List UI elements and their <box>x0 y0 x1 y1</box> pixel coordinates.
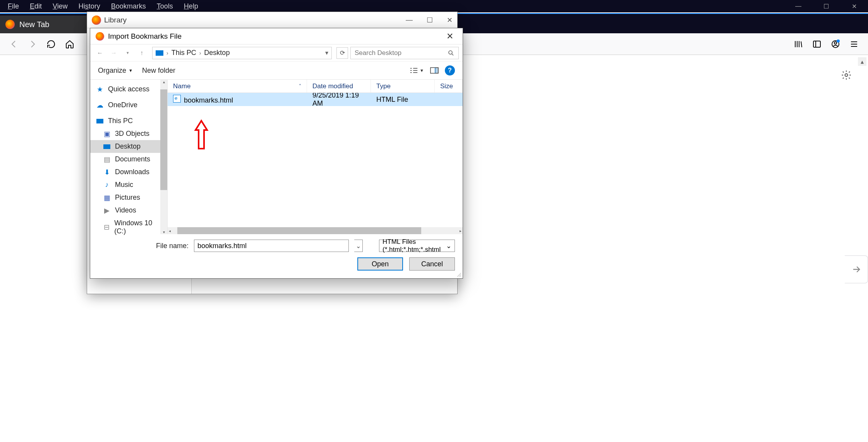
breadcrumb-root[interactable]: This PC <box>172 49 196 57</box>
window-controls: — ☐ ✕ <box>784 0 868 12</box>
filename-input[interactable] <box>194 240 349 252</box>
view-mode-button[interactable]: ▼ <box>410 67 424 74</box>
nav-onedrive[interactable]: ☁OneDrive <box>90 99 167 111</box>
filename-label: File name: <box>156 242 189 250</box>
column-name[interactable]: Name˄ <box>168 80 307 93</box>
desktop-icon <box>103 143 111 150</box>
home-button[interactable] <box>61 36 78 53</box>
nav-back-icon[interactable]: ← <box>94 47 106 59</box>
file-type: HTML File <box>371 96 435 104</box>
new-folder-button[interactable]: New folder <box>142 67 175 75</box>
help-button[interactable]: ? <box>445 65 455 75</box>
monitor-icon <box>156 50 163 56</box>
dialog-titlebar[interactable]: Import Bookmarks File ✕ <box>90 28 463 45</box>
window-close-icon[interactable]: ✕ <box>840 0 868 12</box>
column-headers: Name˄ Date modified Type Size <box>168 80 463 93</box>
chevron-down-icon: ⌄ <box>446 242 451 250</box>
breadcrumb-bar[interactable]: › This PC › Desktop ▾ <box>152 47 332 59</box>
search-arrow-button[interactable] <box>845 255 868 283</box>
nav-downloads[interactable]: ⬇Downloads <box>90 166 167 178</box>
filetype-select[interactable]: HTML Files (*.html;*.htm;*.shtml⌄ <box>379 240 455 252</box>
nav-videos[interactable]: ▶Videos <box>90 204 167 217</box>
scrollbar-thumb[interactable] <box>177 227 421 234</box>
library-titlebar[interactable]: Library — ☐ ✕ <box>87 12 457 28</box>
nav-this-pc[interactable]: This PC <box>90 115 167 127</box>
navigation-pane: ★Quick access ☁OneDrive This PC ▣3D Obje… <box>90 80 168 234</box>
svg-point-2 <box>834 42 837 44</box>
nav-music[interactable]: ♪Music <box>90 178 167 191</box>
filename-dropdown-icon[interactable]: ⌄ <box>354 240 363 252</box>
picture-icon: ▦ <box>103 194 111 201</box>
file-date: 9/25/2019 1:19 AM <box>307 93 371 108</box>
resize-grip-icon[interactable] <box>456 272 462 278</box>
menu-file[interactable]: File <box>2 1 24 12</box>
scrollbar-up-icon[interactable]: ▴ <box>858 57 866 66</box>
nav-drive-c[interactable]: ⊟Windows 10 (C:) <box>90 217 167 238</box>
menu-view[interactable]: View <box>47 1 73 12</box>
menu-history[interactable]: History <box>73 1 106 12</box>
nav-pictures[interactable]: ▦Pictures <box>90 191 167 204</box>
menu-button[interactable] <box>846 36 863 53</box>
library-button[interactable] <box>790 36 807 53</box>
menu-help[interactable]: Help <box>178 1 204 12</box>
menu-edit[interactable]: Edit <box>24 1 47 12</box>
nav-recent-dropdown-icon[interactable]: ▾ <box>122 47 134 59</box>
dialog-nav-bar: ← → ▾ ↑ › This PC › Desktop ▾ ⟳ <box>90 45 463 62</box>
svg-point-3 <box>845 74 848 77</box>
nav-documents[interactable]: ▤Documents <box>90 153 167 166</box>
file-row[interactable]: bookmarks.html 9/25/2019 1:19 AM HTML Fi… <box>168 93 463 106</box>
search-icon <box>448 50 455 57</box>
menu-tools[interactable]: Tools <box>151 1 178 12</box>
video-icon: ▶ <box>103 207 111 214</box>
library-maximize-icon[interactable]: ☐ <box>427 16 433 24</box>
back-button[interactable] <box>5 36 22 53</box>
column-date[interactable]: Date modified <box>307 80 371 93</box>
settings-gear-icon[interactable] <box>841 70 852 81</box>
scrollbar-thumb[interactable] <box>160 89 167 190</box>
column-size[interactable]: Size <box>435 80 463 93</box>
column-type[interactable]: Type <box>371 80 435 93</box>
window-maximize-icon[interactable]: ☐ <box>812 0 840 12</box>
chevron-right-icon: › <box>199 50 201 56</box>
account-button[interactable] <box>827 36 844 53</box>
forward-button[interactable] <box>24 36 41 53</box>
dialog-close-button[interactable]: ✕ <box>443 30 457 43</box>
library-minimize-icon[interactable]: — <box>406 16 413 24</box>
open-button[interactable]: Open <box>357 257 403 271</box>
reload-button[interactable] <box>43 36 60 53</box>
chevron-right-icon: › <box>166 50 168 56</box>
file-pane: Name˄ Date modified Type Size bookmarks.… <box>168 80 463 234</box>
firefox-logo-icon <box>92 15 101 25</box>
search-input[interactable] <box>355 49 448 57</box>
dialog-footer: File name: ⌄ HTML Files (*.html;*.htm;*.… <box>90 234 463 276</box>
dialog-title: Import Bookmarks File <box>108 32 182 41</box>
search-box[interactable] <box>350 47 459 59</box>
refresh-button[interactable]: ⟳ <box>336 47 348 59</box>
library-title: Library <box>104 16 127 24</box>
breadcrumb-current[interactable]: Desktop <box>204 49 230 57</box>
nav-up-icon[interactable]: ↑ <box>136 47 148 59</box>
nav-3d-objects[interactable]: ▣3D Objects <box>90 127 167 140</box>
tab-title: New Tab <box>19 20 49 29</box>
cancel-button[interactable]: Cancel <box>409 257 455 271</box>
svg-point-4 <box>449 51 452 54</box>
menu-bookmarks[interactable]: Bookmarks <box>106 1 151 12</box>
document-icon: ▤ <box>103 156 111 163</box>
nav-quick-access[interactable]: ★Quick access <box>90 83 167 96</box>
annotation-arrow-icon <box>193 119 209 150</box>
preview-pane-button[interactable] <box>430 67 439 74</box>
nav-scrollbar[interactable]: ▴ ▾ <box>160 80 167 234</box>
horizontal-scrollbar[interactable]: ◂ ▸ <box>168 227 463 234</box>
nav-forward-icon[interactable]: → <box>108 47 120 59</box>
nav-desktop[interactable]: Desktop <box>90 140 167 153</box>
firefox-logo-icon <box>5 20 15 29</box>
music-icon: ♪ <box>103 182 111 188</box>
firefox-menubar: File Edit View History Bookmarks Tools H… <box>0 0 868 12</box>
sidebar-button[interactable] <box>808 36 825 53</box>
window-minimize-icon[interactable]: — <box>784 0 812 12</box>
file-list[interactable]: bookmarks.html 9/25/2019 1:19 AM HTML Fi… <box>168 93 463 227</box>
organize-button[interactable]: Organize ▼ <box>98 67 133 75</box>
library-close-icon[interactable]: ✕ <box>447 16 453 24</box>
breadcrumb-dropdown-icon[interactable]: ▾ <box>325 49 328 57</box>
firefox-logo-icon <box>96 32 104 41</box>
